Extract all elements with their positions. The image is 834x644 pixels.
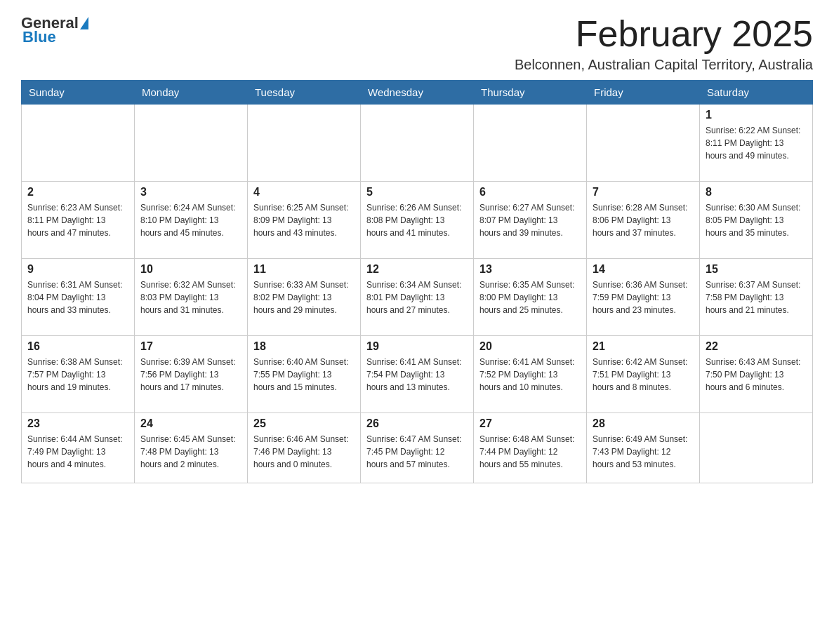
calendar-subtitle: Belconnen, Australian Capital Territory,… xyxy=(515,57,813,73)
day-info: Sunrise: 6:25 AM Sunset: 8:09 PM Dayligh… xyxy=(253,201,355,239)
day-number: 14 xyxy=(593,263,694,276)
day-info: Sunrise: 6:49 AM Sunset: 7:43 PM Dayligh… xyxy=(593,433,694,471)
day-number: 19 xyxy=(366,340,468,353)
day-number: 2 xyxy=(27,186,128,199)
day-number: 12 xyxy=(366,263,468,276)
page-header: General Blue February 2025 Belconnen, Au… xyxy=(21,14,813,73)
day-info: Sunrise: 6:48 AM Sunset: 7:44 PM Dayligh… xyxy=(479,433,581,471)
header-thursday: Thursday xyxy=(474,81,587,105)
calendar-cell: 3Sunrise: 6:24 AM Sunset: 8:10 PM Daylig… xyxy=(135,182,248,259)
calendar-cell: 19Sunrise: 6:41 AM Sunset: 7:54 PM Dayli… xyxy=(361,336,474,413)
day-info: Sunrise: 6:42 AM Sunset: 7:51 PM Dayligh… xyxy=(593,356,694,394)
title-block: February 2025 Belconnen, Australian Capi… xyxy=(515,14,813,73)
week-row-1: 1Sunrise: 6:22 AM Sunset: 8:11 PM Daylig… xyxy=(22,105,813,182)
day-info: Sunrise: 6:37 AM Sunset: 7:58 PM Dayligh… xyxy=(706,279,807,316)
header-wednesday: Wednesday xyxy=(361,81,474,105)
day-number: 10 xyxy=(140,263,241,276)
day-number: 21 xyxy=(593,340,694,353)
week-row-5: 23Sunrise: 6:44 AM Sunset: 7:49 PM Dayli… xyxy=(22,413,813,483)
calendar-cell: 25Sunrise: 6:46 AM Sunset: 7:46 PM Dayli… xyxy=(248,413,361,483)
day-info: Sunrise: 6:22 AM Sunset: 8:11 PM Dayligh… xyxy=(706,124,807,162)
header-tuesday: Tuesday xyxy=(248,81,361,105)
calendar-cell xyxy=(248,105,361,182)
week-row-4: 16Sunrise: 6:38 AM Sunset: 7:57 PM Dayli… xyxy=(22,336,813,413)
day-number: 16 xyxy=(27,340,128,353)
day-info: Sunrise: 6:35 AM Sunset: 8:00 PM Dayligh… xyxy=(479,279,581,316)
day-info: Sunrise: 6:32 AM Sunset: 8:03 PM Dayligh… xyxy=(140,279,241,316)
calendar-cell: 8Sunrise: 6:30 AM Sunset: 8:05 PM Daylig… xyxy=(700,182,813,259)
day-number: 13 xyxy=(479,263,581,276)
calendar-cell xyxy=(474,105,587,182)
logo-triangle-icon xyxy=(80,17,88,29)
day-number: 22 xyxy=(706,340,807,353)
day-info: Sunrise: 6:28 AM Sunset: 8:06 PM Dayligh… xyxy=(593,201,694,239)
calendar-title: February 2025 xyxy=(515,14,813,54)
day-number: 26 xyxy=(366,417,468,430)
day-info: Sunrise: 6:24 AM Sunset: 8:10 PM Dayligh… xyxy=(140,201,241,239)
calendar-cell xyxy=(135,105,248,182)
day-number: 7 xyxy=(593,186,694,199)
calendar-cell: 23Sunrise: 6:44 AM Sunset: 7:49 PM Dayli… xyxy=(22,413,135,483)
week-row-2: 2Sunrise: 6:23 AM Sunset: 8:11 PM Daylig… xyxy=(22,182,813,259)
day-number: 8 xyxy=(706,186,807,199)
day-number: 17 xyxy=(140,340,241,353)
day-number: 11 xyxy=(253,263,355,276)
calendar-cell: 17Sunrise: 6:39 AM Sunset: 7:56 PM Dayli… xyxy=(135,336,248,413)
calendar-cell: 12Sunrise: 6:34 AM Sunset: 8:01 PM Dayli… xyxy=(361,259,474,336)
calendar-cell: 26Sunrise: 6:47 AM Sunset: 7:45 PM Dayli… xyxy=(361,413,474,483)
day-info: Sunrise: 6:34 AM Sunset: 8:01 PM Dayligh… xyxy=(366,279,468,316)
calendar-cell xyxy=(361,105,474,182)
calendar-cell: 1Sunrise: 6:22 AM Sunset: 8:11 PM Daylig… xyxy=(700,105,813,182)
day-number: 18 xyxy=(253,340,355,353)
day-info: Sunrise: 6:47 AM Sunset: 7:45 PM Dayligh… xyxy=(366,433,468,471)
calendar-cell: 20Sunrise: 6:41 AM Sunset: 7:52 PM Dayli… xyxy=(474,336,587,413)
day-number: 3 xyxy=(140,186,241,199)
day-number: 25 xyxy=(253,417,355,430)
day-info: Sunrise: 6:40 AM Sunset: 7:55 PM Dayligh… xyxy=(253,356,355,394)
calendar-cell: 11Sunrise: 6:33 AM Sunset: 8:02 PM Dayli… xyxy=(248,259,361,336)
day-info: Sunrise: 6:31 AM Sunset: 8:04 PM Dayligh… xyxy=(27,279,128,316)
calendar-cell: 6Sunrise: 6:27 AM Sunset: 8:07 PM Daylig… xyxy=(474,182,587,259)
day-info: Sunrise: 6:26 AM Sunset: 8:08 PM Dayligh… xyxy=(366,201,468,239)
calendar-cell: 9Sunrise: 6:31 AM Sunset: 8:04 PM Daylig… xyxy=(22,259,135,336)
day-info: Sunrise: 6:38 AM Sunset: 7:57 PM Dayligh… xyxy=(27,356,128,394)
day-info: Sunrise: 6:27 AM Sunset: 8:07 PM Dayligh… xyxy=(479,201,581,239)
calendar-cell: 22Sunrise: 6:43 AM Sunset: 7:50 PM Dayli… xyxy=(700,336,813,413)
header-sunday: Sunday xyxy=(22,81,135,105)
header-monday: Monday xyxy=(135,81,248,105)
header-friday: Friday xyxy=(587,81,700,105)
calendar-cell xyxy=(700,413,813,483)
day-info: Sunrise: 6:41 AM Sunset: 7:54 PM Dayligh… xyxy=(366,356,468,394)
calendar-cell: 27Sunrise: 6:48 AM Sunset: 7:44 PM Dayli… xyxy=(474,413,587,483)
day-number: 24 xyxy=(140,417,241,430)
day-info: Sunrise: 6:45 AM Sunset: 7:48 PM Dayligh… xyxy=(140,433,241,471)
calendar-cell: 4Sunrise: 6:25 AM Sunset: 8:09 PM Daylig… xyxy=(248,182,361,259)
day-info: Sunrise: 6:23 AM Sunset: 8:11 PM Dayligh… xyxy=(27,201,128,239)
calendar-cell: 16Sunrise: 6:38 AM Sunset: 7:57 PM Dayli… xyxy=(22,336,135,413)
calendar-cell: 13Sunrise: 6:35 AM Sunset: 8:00 PM Dayli… xyxy=(474,259,587,336)
day-info: Sunrise: 6:36 AM Sunset: 7:59 PM Dayligh… xyxy=(593,279,694,316)
day-number: 5 xyxy=(366,186,468,199)
logo-blue-text: Blue xyxy=(22,28,56,46)
day-number: 9 xyxy=(27,263,128,276)
day-number: 1 xyxy=(706,109,807,121)
day-number: 27 xyxy=(479,417,581,430)
logo: General Blue xyxy=(21,14,90,46)
calendar-cell: 5Sunrise: 6:26 AM Sunset: 8:08 PM Daylig… xyxy=(361,182,474,259)
day-number: 4 xyxy=(253,186,355,199)
calendar-cell: 14Sunrise: 6:36 AM Sunset: 7:59 PM Dayli… xyxy=(587,259,700,336)
day-number: 6 xyxy=(479,186,581,199)
day-info: Sunrise: 6:46 AM Sunset: 7:46 PM Dayligh… xyxy=(253,433,355,471)
calendar-cell: 10Sunrise: 6:32 AM Sunset: 8:03 PM Dayli… xyxy=(135,259,248,336)
calendar-header-row: SundayMondayTuesdayWednesdayThursdayFrid… xyxy=(22,81,813,105)
calendar-cell: 7Sunrise: 6:28 AM Sunset: 8:06 PM Daylig… xyxy=(587,182,700,259)
day-info: Sunrise: 6:30 AM Sunset: 8:05 PM Dayligh… xyxy=(706,201,807,239)
day-info: Sunrise: 6:39 AM Sunset: 7:56 PM Dayligh… xyxy=(140,356,241,394)
day-number: 23 xyxy=(27,417,128,430)
day-info: Sunrise: 6:44 AM Sunset: 7:49 PM Dayligh… xyxy=(27,433,128,471)
header-saturday: Saturday xyxy=(700,81,813,105)
calendar-cell xyxy=(22,105,135,182)
day-info: Sunrise: 6:41 AM Sunset: 7:52 PM Dayligh… xyxy=(479,356,581,394)
day-number: 20 xyxy=(479,340,581,353)
calendar-cell: 24Sunrise: 6:45 AM Sunset: 7:48 PM Dayli… xyxy=(135,413,248,483)
